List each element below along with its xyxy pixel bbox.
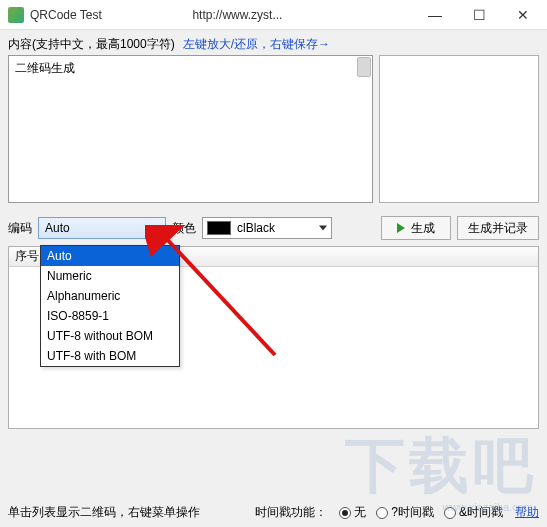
radio-atime-label: &时间戳 — [459, 504, 503, 521]
minimize-button[interactable]: — — [413, 1, 457, 29]
window-url: http://www.zyst... — [102, 8, 413, 22]
content-textarea[interactable] — [8, 55, 373, 203]
watermark: 下载吧 — [345, 426, 537, 507]
chevron-down-icon — [153, 226, 161, 231]
encoding-option[interactable]: Numeric — [41, 266, 179, 286]
window-title: QRCode Test — [30, 8, 102, 22]
encoding-combo[interactable]: Auto — [38, 217, 166, 239]
encoding-option[interactable]: ISO-8859-1 — [41, 306, 179, 326]
play-icon — [397, 223, 405, 233]
footer-hint: 单击列表显示二维码，右键菜单操作 — [8, 504, 200, 521]
encoding-label: 编码 — [8, 220, 32, 237]
radio-qtime-label: ?时间戳 — [391, 504, 434, 521]
encoding-combo-value: Auto — [45, 221, 70, 235]
color-combo-value: clBlack — [237, 221, 275, 235]
generate-record-button[interactable]: 生成并记录 — [457, 216, 539, 240]
maximize-button[interactable]: ☐ — [457, 1, 501, 29]
textarea-scrollbar[interactable] — [357, 57, 371, 77]
radio-icon — [376, 507, 388, 519]
encoding-option[interactable]: Auto — [41, 246, 179, 266]
radio-qtime[interactable]: ?时间戳 — [376, 504, 434, 521]
app-icon — [8, 7, 24, 23]
generate-button-label: 生成 — [411, 220, 435, 237]
generate-button[interactable]: 生成 — [381, 216, 451, 240]
encoding-option[interactable]: Alphanumeric — [41, 286, 179, 306]
close-button[interactable]: ✕ — [501, 1, 545, 29]
timestamp-label: 时间戳功能： — [255, 504, 327, 521]
color-label: 颜色 — [172, 220, 196, 237]
chevron-down-icon — [319, 226, 327, 231]
zoom-hint: 左键放大/还原，右键保存→ — [183, 36, 330, 53]
radio-none[interactable]: 无 — [339, 504, 366, 521]
radio-icon — [339, 507, 351, 519]
help-link[interactable]: 帮助 — [515, 504, 539, 521]
generate-record-button-label: 生成并记录 — [468, 220, 528, 237]
color-swatch — [207, 221, 231, 235]
radio-atime[interactable]: &时间戳 — [444, 504, 503, 521]
encoding-dropdown[interactable]: Auto Numeric Alphanumeric ISO-8859-1 UTF… — [40, 245, 180, 367]
encoding-option[interactable]: UTF-8 with BOM — [41, 346, 179, 366]
radio-none-label: 无 — [354, 504, 366, 521]
radio-icon — [444, 507, 456, 519]
content-label: 内容(支持中文，最高1000字符) — [8, 36, 175, 53]
qr-preview[interactable] — [379, 55, 539, 203]
color-combo[interactable]: clBlack — [202, 217, 332, 239]
encoding-option[interactable]: UTF-8 without BOM — [41, 326, 179, 346]
